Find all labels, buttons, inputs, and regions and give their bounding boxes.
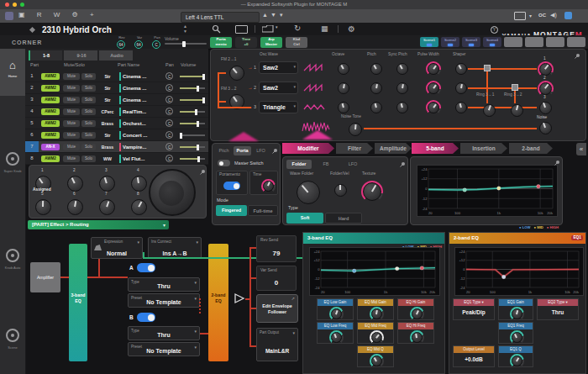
amplifier-block[interactable]: Amplifier bbox=[30, 262, 60, 292]
ins-connect-dropdown[interactable]: Ins Connect ▾ Ins A→B bbox=[148, 237, 202, 259]
assign-knob-2[interactable] bbox=[67, 176, 83, 192]
eq2-knob-1[interactable] bbox=[512, 308, 522, 319]
osc-pitch-knob-1[interactable] bbox=[370, 63, 382, 75]
mute-button[interactable]: Mute bbox=[63, 97, 80, 103]
eq3-knob-2[interactable] bbox=[412, 308, 423, 319]
volume-slider[interactable] bbox=[180, 146, 205, 148]
preset-selector[interactable]: Left 4 Lens TTL bbox=[181, 12, 260, 23]
osc-shaper-knob-1[interactable] bbox=[455, 63, 467, 75]
pin-icon[interactable] bbox=[271, 148, 278, 155]
preset-next-icon[interactable]: ▼ bbox=[270, 12, 276, 18]
eq3-knob-1[interactable] bbox=[371, 308, 382, 319]
sidebar-item-super-knob[interactable]: Super Knob bbox=[0, 137, 25, 196]
pan-knob[interactable]: C bbox=[165, 143, 173, 150]
effect-routing-caret-icon[interactable]: ▾ bbox=[163, 222, 165, 228]
solo-button[interactable]: Solo bbox=[81, 144, 96, 150]
eq2-box-eq2-type[interactable]: EQ2 Type ▾Thru bbox=[537, 298, 579, 320]
pan-knob[interactable]: C bbox=[165, 131, 173, 139]
mini-knob-circle[interactable]: 64 bbox=[117, 40, 125, 49]
expression-dropdown[interactable]: Expression ▾ Normal bbox=[91, 237, 143, 259]
insert-b-type-dropdown[interactable]: Type ▾ Thru bbox=[128, 326, 200, 340]
eq3-box-eq-low-gain[interactable]: EQ Low Gain bbox=[317, 298, 354, 320]
host-display-icon[interactable] bbox=[514, 12, 526, 20]
volume-slider-handle[interactable] bbox=[182, 41, 186, 47]
osc-pulse-width-knob-1[interactable] bbox=[428, 63, 439, 75]
fulltime-button[interactable]: Full-time bbox=[248, 205, 278, 216]
search-icon[interactable] bbox=[212, 24, 221, 34]
scene-button-2[interactable]: Scene2 bbox=[441, 37, 459, 47]
pin-icon[interactable] bbox=[554, 160, 560, 166]
modifier-subtab-fb[interactable]: FB bbox=[313, 160, 339, 169]
host-app-icon[interactable] bbox=[5, 12, 13, 20]
part-row-8[interactable]: 8AWM2MuteSoloWWVel Flut...C bbox=[25, 153, 208, 165]
host-dropdown-icon[interactable]: ▾ bbox=[529, 13, 532, 18]
part-tab-9-16[interactable]: 9-16 bbox=[64, 50, 97, 61]
part-row-6[interactable]: 6AWM2MuteSoloStrConcert ...C bbox=[25, 129, 208, 141]
performance-title[interactable]: 2310 Hybrid Orch bbox=[42, 25, 112, 34]
mute-button[interactable]: Mute bbox=[63, 108, 80, 115]
volume-slider[interactable] bbox=[180, 111, 205, 113]
volume-handle[interactable] bbox=[180, 133, 182, 139]
part-row-5[interactable]: 5AWM2MuteSoloBrassOrchest...C bbox=[25, 118, 208, 129]
sidebar-item-scene[interactable]: Scene bbox=[0, 313, 25, 372]
solo-button[interactable]: Solo bbox=[81, 132, 96, 139]
osc-octave-knob-3[interactable] bbox=[338, 102, 349, 113]
mute-button[interactable]: Mute bbox=[63, 120, 80, 127]
assign-knob-4[interactable] bbox=[131, 176, 147, 192]
pan-knob[interactable]: C bbox=[165, 155, 173, 162]
volume-slider[interactable] bbox=[165, 43, 207, 45]
mute-button[interactable]: Mute bbox=[63, 155, 80, 162]
two-band-eq-block[interactable]: 2-band EQ bbox=[208, 244, 228, 361]
volume-handle[interactable] bbox=[202, 97, 205, 103]
osc-pitch-knob-2[interactable] bbox=[370, 82, 382, 94]
part-name[interactable]: Vel Flut... bbox=[119, 155, 165, 163]
volume-handle[interactable] bbox=[195, 109, 197, 115]
tab-amplitude[interactable]: Amplitude bbox=[375, 143, 412, 154]
part-name[interactable]: Orchest... bbox=[119, 119, 165, 128]
part-name[interactable]: Vampire... bbox=[119, 143, 165, 151]
osc-out-knob-1[interactable] bbox=[539, 63, 552, 76]
osc-out-knob-2[interactable] bbox=[539, 82, 552, 95]
porta-tab-porta[interactable]: Porta bbox=[234, 146, 251, 155]
part-name[interactable]: Cinema ... bbox=[119, 72, 165, 81]
assign-knob-5[interactable] bbox=[35, 199, 51, 215]
preset-menu-icon[interactable]: ▾ bbox=[280, 12, 283, 18]
eq2-box-eq1-freq[interactable]: EQ1 Freq bbox=[498, 322, 533, 344]
solo-button[interactable]: Solo bbox=[81, 85, 96, 92]
part-tab-1-8[interactable]: 1-8 bbox=[29, 50, 62, 61]
texture-knob[interactable] bbox=[363, 182, 381, 201]
host-audio-icon[interactable]: ◀) bbox=[550, 12, 557, 18]
osc-wave-select-3[interactable]: Triangle▾ bbox=[259, 101, 298, 113]
part-row-2[interactable]: 2AWM2MuteSoloStrCinema ...C bbox=[25, 82, 208, 94]
volume-handle[interactable] bbox=[197, 145, 199, 150]
sidebar-item-home[interactable]: ⌂Home bbox=[0, 49, 25, 96]
soft-button[interactable]: Soft bbox=[286, 213, 323, 224]
scene-button-5[interactable] bbox=[504, 37, 522, 47]
insert-a-type-dropdown[interactable]: Type ▾ Thru bbox=[128, 277, 200, 292]
subheader-button-porta-mento[interactable]: Portamento bbox=[210, 37, 232, 48]
insert-a-preset-dropdown[interactable]: Preset ▾ No Template bbox=[128, 293, 200, 308]
noise-tone-knob[interactable] bbox=[349, 123, 362, 136]
eq2-box-eq1-type[interactable]: EQ1 Type ▾Peak/Dip bbox=[453, 298, 495, 320]
osc-shaper-knob-2[interactable] bbox=[455, 82, 467, 94]
scene-button-1[interactable]: Scene1 bbox=[420, 37, 438, 47]
modifier-subtab-lfo[interactable]: LFO bbox=[340, 160, 365, 169]
fm21-knob[interactable] bbox=[229, 66, 244, 81]
eq3-box-eq-mid-q[interactable]: EQ Mid Q bbox=[357, 345, 394, 367]
osc-out-knob-noise[interactable] bbox=[539, 122, 552, 134]
part-row-7[interactable]: 7AN-XMuteSoloBrassVampire...C bbox=[25, 141, 208, 153]
pan-knob[interactable]: C bbox=[165, 119, 173, 127]
volume-slider[interactable] bbox=[180, 87, 205, 89]
edit-envelope-follower-button[interactable]: Edit Envelope Follower ↗ bbox=[256, 294, 298, 323]
five-band-eq-graph[interactable]: +24+120-12-24201001k10k20k bbox=[417, 165, 558, 217]
mute-button[interactable]: Mute bbox=[63, 144, 80, 150]
volume-handle[interactable] bbox=[202, 74, 205, 80]
osc-wave-select-1[interactable]: Saw2▾ bbox=[259, 61, 298, 74]
subheader-button-kbd-ctrl[interactable]: KbdCtrl bbox=[286, 37, 307, 48]
performance-stepper[interactable]: ▲▼ bbox=[183, 24, 187, 34]
osc-wave-select-2[interactable]: Saw2▾ bbox=[259, 82, 298, 94]
volume-slider[interactable] bbox=[180, 99, 205, 101]
part-row-1[interactable]: 1AWM2MuteSoloStrCinema ...C bbox=[25, 71, 208, 82]
eq2-box-eq1-q[interactable]: EQ1 Q bbox=[498, 345, 533, 367]
volume-slider[interactable] bbox=[180, 123, 205, 124]
